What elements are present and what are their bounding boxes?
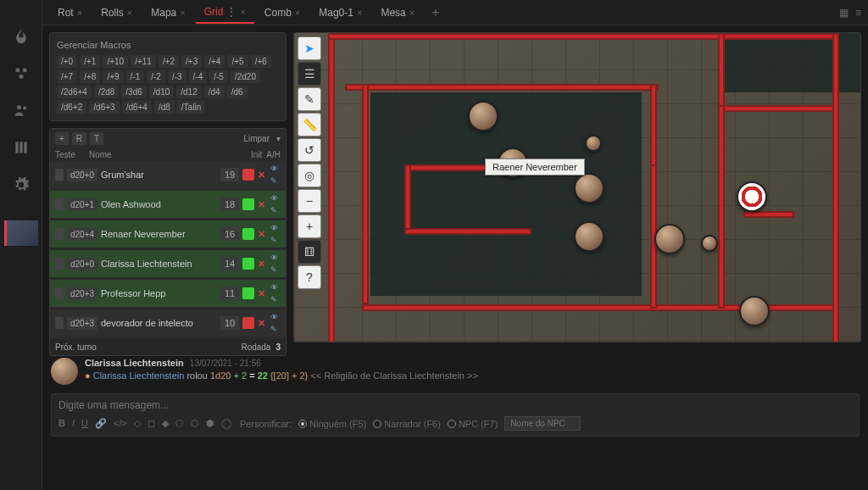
- chevron-down-icon[interactable]: ▾: [276, 134, 281, 143]
- edit-icon[interactable]: ✎: [270, 295, 281, 303]
- token[interactable]: [739, 296, 770, 326]
- code-button[interactable]: </>: [114, 418, 127, 429]
- delete-icon[interactable]: ✕: [258, 288, 265, 299]
- tab-mapa[interactable]: Mapa×: [142, 3, 193, 23]
- initiative-row[interactable]: d20+4Renaer Neverember16✕👁✎: [50, 220, 286, 248]
- color-swatch[interactable]: [242, 169, 254, 181]
- flame-icon[interactable]: [11, 25, 31, 46]
- eye-icon[interactable]: 👁: [270, 313, 281, 321]
- eye-icon[interactable]: 👁: [270, 164, 281, 173]
- drag-handle[interactable]: [55, 317, 64, 329]
- zoom-in-tool[interactable]: +: [298, 214, 321, 238]
- initiative-value[interactable]: 11: [220, 287, 239, 300]
- d4-icon[interactable]: ◇: [134, 418, 141, 429]
- init-r-button[interactable]: R: [72, 132, 86, 145]
- draw-tool[interactable]: ✎: [298, 87, 321, 111]
- macro-chip[interactable]: /d6+2: [57, 101, 86, 114]
- macro-chip[interactable]: /+1: [80, 55, 100, 68]
- tab-comb[interactable]: Comb×: [256, 3, 309, 23]
- drag-handle[interactable]: [55, 287, 64, 299]
- test-value[interactable]: d20+0: [67, 169, 97, 181]
- macro-chip[interactable]: /d6+4: [122, 101, 152, 114]
- delete-icon[interactable]: ✕: [258, 199, 265, 210]
- color-swatch[interactable]: [242, 317, 254, 329]
- macro-chip[interactable]: /d6+3: [89, 101, 119, 114]
- close-icon[interactable]: ×: [240, 7, 245, 17]
- macro-chip[interactable]: /-1: [126, 70, 145, 83]
- d8-icon[interactable]: ◆: [162, 418, 169, 429]
- close-icon[interactable]: ×: [77, 8, 82, 18]
- initiative-value[interactable]: 16: [220, 227, 239, 241]
- underline-button[interactable]: U: [81, 418, 88, 429]
- color-swatch[interactable]: [242, 258, 254, 270]
- color-swatch[interactable]: [242, 287, 254, 299]
- init-clear-button[interactable]: Limpar: [243, 134, 270, 143]
- list-view-icon[interactable]: ≡: [855, 7, 861, 19]
- init-add-button[interactable]: +: [55, 132, 69, 145]
- d100-icon[interactable]: ◯: [221, 418, 231, 429]
- initiative-value[interactable]: 18: [220, 198, 239, 211]
- macro-chip[interactable]: /+9: [103, 70, 123, 83]
- close-icon[interactable]: ×: [295, 8, 300, 18]
- macro-chip[interactable]: /2d6+4: [57, 86, 92, 98]
- delete-icon[interactable]: ✕: [258, 259, 265, 270]
- d10-icon[interactable]: ⬠: [175, 418, 184, 429]
- token[interactable]: [654, 224, 685, 254]
- bold-button[interactable]: B: [58, 418, 65, 429]
- macro-chip[interactable]: /+4: [204, 55, 225, 68]
- tab-rolls[interactable]: Rolls×: [92, 3, 141, 23]
- tab-mesa[interactable]: Mesa×: [372, 3, 423, 23]
- color-swatch[interactable]: [242, 228, 254, 240]
- macro-chip[interactable]: /d6: [227, 86, 248, 98]
- macro-chip[interactable]: /2d20: [231, 70, 260, 83]
- edit-icon[interactable]: ✎: [270, 176, 281, 185]
- token-target[interactable]: [737, 181, 767, 212]
- add-tab-button[interactable]: +: [425, 2, 446, 24]
- delete-icon[interactable]: ✕: [258, 318, 265, 329]
- eye-icon[interactable]: 👁: [270, 253, 281, 262]
- drag-handle[interactable]: [55, 258, 64, 270]
- tab-rot[interactable]: Rot×: [49, 3, 91, 23]
- zoom-out-tool[interactable]: −: [298, 189, 321, 213]
- d6-icon[interactable]: ◻: [147, 418, 155, 429]
- color-swatch[interactable]: [242, 198, 254, 210]
- eye-icon[interactable]: 👁: [270, 224, 281, 232]
- close-icon[interactable]: ×: [180, 8, 185, 18]
- macro-chip[interactable]: /+10: [103, 55, 128, 68]
- macro-chip[interactable]: /d4: [204, 86, 225, 98]
- test-value[interactable]: d20+4: [67, 228, 97, 241]
- macro-chip[interactable]: /+2: [159, 55, 179, 68]
- drag-handle[interactable]: [55, 198, 64, 210]
- initiative-row[interactable]: d20+3Professor Hepp11✕👁✎: [50, 280, 286, 307]
- tab-grid[interactable]: Grid⋮×: [196, 2, 254, 24]
- macro-chip[interactable]: /d12: [176, 86, 201, 98]
- books-icon[interactable]: [11, 137, 31, 158]
- initiative-value[interactable]: 19: [220, 168, 239, 181]
- layers-tool[interactable]: ☰: [298, 62, 321, 86]
- target-tool[interactable]: ◎: [298, 164, 321, 187]
- radio-none[interactable]: Ninguém (F5): [298, 419, 366, 429]
- tab-mag[interactable]: Mag0-1×: [310, 3, 370, 23]
- macro-chip[interactable]: /-4: [189, 70, 208, 83]
- macro-chip[interactable]: /d8: [154, 101, 175, 114]
- ruler-tool[interactable]: 📏: [298, 113, 321, 136]
- macro-chip[interactable]: /+0: [57, 55, 77, 68]
- dice-tool[interactable]: ⚅: [298, 240, 321, 264]
- delete-icon[interactable]: ✕: [258, 170, 265, 181]
- macro-chip[interactable]: /+3: [181, 55, 202, 68]
- test-value[interactable]: d20+3: [67, 317, 97, 330]
- init-t-button[interactable]: T: [90, 132, 103, 145]
- edit-icon[interactable]: ✎: [270, 206, 281, 214]
- macro-chip[interactable]: /+6: [251, 55, 271, 68]
- edit-icon[interactable]: ✎: [270, 236, 281, 244]
- history-tool[interactable]: ↺: [298, 138, 321, 162]
- macro-chip[interactable]: /Talin: [177, 101, 205, 114]
- token-small[interactable]: [701, 235, 718, 252]
- close-icon[interactable]: ×: [357, 8, 362, 18]
- edit-icon[interactable]: ✎: [270, 325, 281, 333]
- token[interactable]: [574, 221, 604, 252]
- delete-icon[interactable]: ✕: [258, 229, 265, 240]
- help-tool[interactable]: ?: [298, 265, 321, 289]
- close-icon[interactable]: ×: [127, 8, 132, 18]
- eye-icon[interactable]: 👁: [270, 283, 281, 292]
